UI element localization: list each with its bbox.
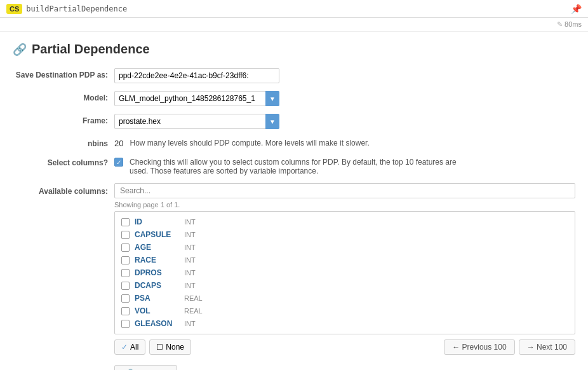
col-type: INT — [184, 243, 196, 251]
col-name: DCAPS — [135, 281, 179, 290]
actions-row: Actions: 🔗 Compute — [13, 365, 575, 370]
cs-badge: CS — [6, 4, 22, 14]
columns-list: ID INT CAPSULE INT AGE INT RACE INT DPRO… — [114, 211, 575, 334]
col-name: RACE — [135, 256, 179, 264]
col-type: INT — [184, 231, 196, 238]
col-checkbox[interactable] — [121, 282, 130, 290]
none-button[interactable]: ☐ None — [149, 339, 191, 355]
columns-btn-row: ✓ All ☐ None ← Previous 100 → Next 100 — [114, 339, 575, 355]
nbins-value: 20 — [114, 137, 123, 148]
col-type: INT — [184, 256, 196, 264]
frame-row: Frame: prostate.hex ▼ — [13, 114, 575, 129]
col-name: DPROS — [135, 268, 179, 277]
list-item[interactable]: GLEASON INT — [115, 317, 575, 330]
save-destination-input[interactable] — [114, 68, 279, 83]
select-columns-hint: Checking this will allow you to select c… — [130, 156, 472, 175]
select-columns-checkbox[interactable]: ✓ — [114, 158, 123, 167]
col-checkbox[interactable] — [121, 231, 130, 239]
col-type: INT — [184, 269, 196, 277]
col-type: INT — [184, 320, 196, 327]
col-checkbox[interactable] — [121, 320, 130, 328]
list-item[interactable]: CAPSULE INT — [115, 228, 575, 241]
col-name: AGE — [135, 243, 179, 252]
col-name: ID — [135, 217, 179, 226]
top-bar: CS buildPartialDependence 📌 — [0, 0, 588, 18]
col-type: REAL — [184, 294, 203, 302]
none-check-icon: ☐ — [156, 343, 163, 352]
all-button[interactable]: ✓ All — [114, 339, 145, 355]
columns-search-input[interactable] — [114, 183, 575, 198]
all-button-label: All — [130, 343, 138, 352]
col-type: INT — [184, 218, 196, 226]
model-label: Model: — [13, 91, 114, 102]
col-checkbox[interactable] — [121, 294, 130, 303]
save-destination-row: Save Destination PDP as: — [13, 68, 575, 83]
list-item[interactable]: DPROS INT — [115, 266, 575, 279]
col-name: GLEASON — [135, 319, 179, 328]
col-name: VOL — [135, 306, 179, 315]
select-columns-label: Select columns? — [13, 156, 114, 167]
col-checkbox[interactable] — [121, 307, 130, 315]
pin-icon: 📌 — [571, 4, 582, 14]
available-columns-row: Available columns: Showing page 1 of 1. … — [13, 183, 575, 355]
list-item[interactable]: DCAPS INT — [115, 279, 575, 292]
timing-bar: ✎ 80ms — [0, 18, 588, 32]
list-item[interactable]: ID INT — [115, 216, 575, 228]
nbins-row: nbins 20 How many levels should PDP comp… — [13, 137, 575, 148]
list-item[interactable]: RACE INT — [115, 254, 575, 266]
save-destination-label: Save Destination PDP as: — [13, 68, 114, 79]
prev-button[interactable]: ← Previous 100 — [444, 339, 514, 355]
next-button[interactable]: → Next 100 — [519, 339, 575, 355]
none-button-label: None — [166, 343, 184, 352]
list-item[interactable]: VOL REAL — [115, 305, 575, 317]
edit-icon: ✎ — [557, 20, 563, 28]
section-title: 🔗 Partial Dependence — [13, 42, 575, 57]
frame-select-wrapper: prostate.hex ▼ — [114, 114, 279, 129]
col-type: INT — [184, 282, 196, 289]
compute-button[interactable]: 🔗 Compute — [114, 365, 177, 370]
model-select[interactable]: GLM_model_python_1485286128765_1 — [114, 91, 279, 106]
timing-value: 80ms — [565, 20, 582, 28]
select-columns-row: Select columns? ✓ Checking this will all… — [13, 156, 575, 175]
available-columns-label: Available columns: — [13, 183, 114, 196]
list-item[interactable]: PSA REAL — [115, 292, 575, 305]
all-check-icon: ✓ — [121, 343, 128, 352]
main-content: 🔗 Partial Dependence Save Destination PD… — [0, 32, 588, 370]
frame-select[interactable]: prostate.hex — [114, 114, 279, 129]
list-item[interactable]: AGE INT — [115, 241, 575, 254]
col-name: PSA — [135, 294, 179, 303]
col-name: CAPSULE — [135, 230, 179, 239]
section-title-text: Partial Dependence — [32, 42, 150, 57]
model-row: Model: GLM_model_python_1485286128765_1 … — [13, 91, 575, 106]
col-type: REAL — [184, 307, 203, 315]
model-select-wrapper: GLM_model_python_1485286128765_1 ▼ — [114, 91, 279, 106]
frame-label: Frame: — [13, 114, 114, 125]
top-bar-title: buildPartialDependence — [26, 4, 127, 13]
columns-right: Showing page 1 of 1. ID INT CAPSULE INT … — [114, 183, 575, 355]
col-checkbox[interactable] — [121, 218, 130, 226]
nbins-label: nbins — [13, 137, 114, 148]
link-icon: 🔗 — [13, 43, 27, 57]
col-checkbox[interactable] — [121, 243, 130, 252]
showing-text: Showing page 1 of 1. — [114, 201, 575, 209]
col-checkbox[interactable] — [121, 269, 130, 277]
col-checkbox[interactable] — [121, 256, 130, 264]
nbins-hint: How many levels should PDP compute. More… — [130, 137, 369, 147]
